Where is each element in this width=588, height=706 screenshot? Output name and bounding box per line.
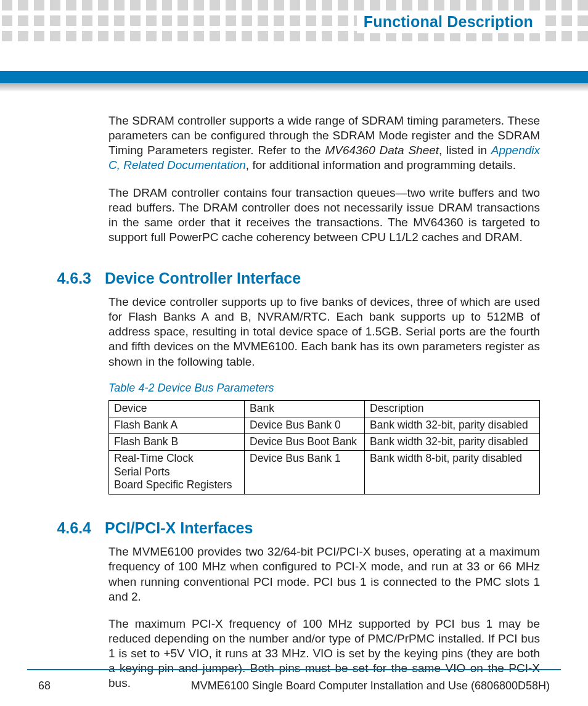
col-bank: Bank	[245, 400, 365, 417]
chapter-title: Functional Description	[357, 10, 540, 33]
col-description: Description	[365, 400, 540, 417]
paragraph: The SDRAM controller supports a wide ran…	[108, 113, 540, 173]
table-header-row: Device Bank Description	[109, 400, 540, 417]
cell-bank: Device Bus Bank 1	[245, 450, 365, 495]
col-device: Device	[109, 400, 245, 417]
cell-bank: Device Bus Boot Bank	[245, 433, 365, 450]
section-title: Device Controller Interface	[105, 269, 301, 287]
document-reference: MV64360 Data Sheet	[325, 144, 439, 157]
paragraph: The MVME6100 provides two 32/64-bit PCI/…	[108, 544, 540, 604]
cell-device: Flash Bank A	[109, 417, 245, 433]
section-heading: 4.6.3 Device Controller Interface	[108, 269, 540, 287]
footer-divider	[27, 669, 561, 670]
header-shadow	[0, 83, 588, 92]
table-row: Flash Bank A Device Bus Bank 0 Bank widt…	[109, 417, 540, 433]
section-heading: 4.6.4 PCI/PCI-X Interfaces	[108, 519, 540, 537]
cell-desc: Bank width 32-bit, parity disabled	[365, 417, 540, 433]
page-body: The SDRAM controller supports a wide ran…	[108, 113, 540, 703]
table-row: Flash Bank B Device Bus Boot Bank Bank w…	[109, 433, 540, 450]
section-number: 4.6.4	[55, 519, 91, 537]
section-title: PCI/PCI-X Interfaces	[105, 519, 253, 537]
cell-desc: Bank width 8-bit, parity disabled	[365, 450, 540, 495]
header-decoration: Functional Description	[0, 0, 588, 47]
section-number: 4.6.3	[55, 269, 91, 287]
text: , listed in	[439, 144, 491, 157]
page-number: 68	[38, 679, 51, 692]
document-title: MVME6100 Single Board Computer Installat…	[191, 679, 550, 692]
paragraph: The DRAM controller contains four transa…	[108, 186, 540, 245]
text: , for additional information and program…	[246, 158, 516, 171]
footer: 68 MVME6100 Single Board Computer Instal…	[38, 679, 550, 692]
cell-device: Flash Bank B	[109, 433, 245, 450]
table-caption: Table 4-2 Device Bus Parameters	[108, 382, 540, 395]
paragraph: The device controller supports up to fiv…	[108, 295, 540, 369]
cell-desc: Bank width 32-bit, parity disabled	[365, 433, 540, 450]
cell-bank: Device Bus Bank 0	[245, 417, 365, 433]
device-bus-parameters-table: Device Bank Description Flash Bank A Dev…	[108, 400, 540, 495]
table-row: Real-Time Clock Serial Ports Board Speci…	[109, 450, 540, 495]
cell-device: Real-Time Clock Serial Ports Board Speci…	[109, 450, 245, 495]
header-blue-bar	[0, 71, 588, 83]
